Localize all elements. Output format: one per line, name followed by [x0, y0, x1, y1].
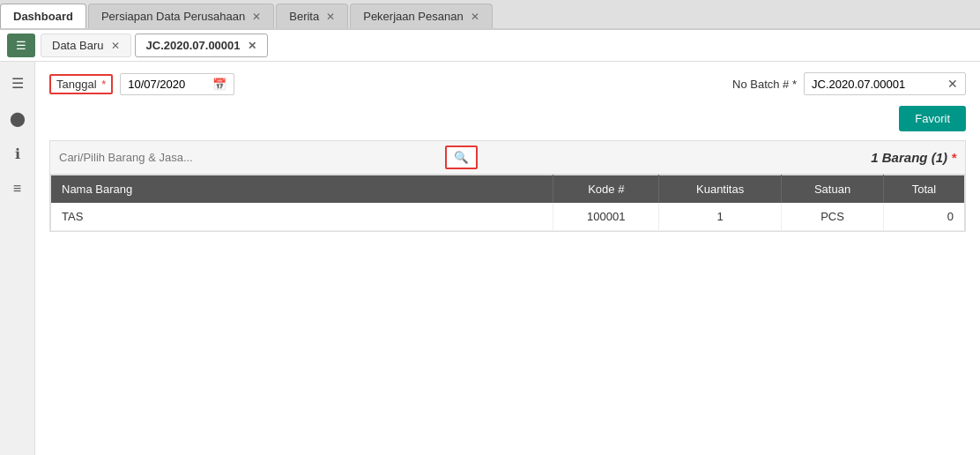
- col-kode: Kode #: [553, 175, 659, 204]
- search-icon: 🔍: [454, 151, 469, 164]
- nobatch-clear-icon[interactable]: ✕: [947, 77, 958, 91]
- close-pekerjaan[interactable]: ✕: [471, 11, 479, 23]
- tanggal-field-group: Tanggal * 📅: [49, 73, 234, 95]
- favorit-row: Favorit: [49, 106, 966, 131]
- menu-icon-button[interactable]: ☰: [7, 34, 35, 57]
- col-kuantitas: Kuantitas: [659, 175, 782, 204]
- sidebar-list-icon[interactable]: ☰: [4, 69, 32, 97]
- close-data-baru[interactable]: ✕: [111, 40, 120, 52]
- tanggal-label: Tanggal *: [49, 74, 113, 94]
- table-wrapper: Nama Barang Kode # Kuantitas Satuan Tota…: [49, 174, 966, 232]
- favorit-button[interactable]: Favorit: [899, 106, 966, 131]
- cell-kuantitas: 1: [659, 203, 782, 231]
- cell-nama-barang: TAS: [51, 203, 553, 231]
- hamburger-icon: ☰: [16, 39, 26, 52]
- col-nama-barang: Nama Barang: [51, 175, 553, 204]
- nobatch-input[interactable]: [812, 78, 944, 91]
- calendar-icon[interactable]: 📅: [212, 78, 226, 91]
- tanggal-input[interactable]: [128, 78, 207, 91]
- col-total: Total: [884, 175, 965, 204]
- search-count-row: 🔍 1 Barang (1) *: [49, 140, 966, 174]
- close-jc2020[interactable]: ✕: [248, 40, 256, 52]
- tanggal-input-wrap: 📅: [120, 73, 234, 95]
- main-content: ☰ ⬤ ℹ ≡ Tanggal * 📅 No Batch # *: [0, 62, 980, 455]
- close-berita[interactable]: ✕: [326, 11, 335, 23]
- cell-total: 0: [884, 203, 965, 231]
- tab-dashboard[interactable]: Dashboard: [0, 4, 86, 28]
- cell-kode: 100001: [553, 203, 659, 231]
- tab-berita[interactable]: Berita ✕: [276, 4, 348, 28]
- item-count: 1 Barang (1) *: [871, 150, 956, 165]
- sub-tab-jc2020[interactable]: JC.2020.07.00001 ✕: [135, 34, 268, 57]
- col-satuan: Satuan: [782, 175, 884, 204]
- sidebar-menu-icon[interactable]: ≡: [4, 175, 32, 203]
- search-button[interactable]: 🔍: [445, 145, 478, 169]
- sub-tab-data-baru[interactable]: Data Baru ✕: [41, 34, 131, 57]
- form-area: Tanggal * 📅 No Batch # * ✕ Favorit: [35, 62, 980, 455]
- form-top-row: Tanggal * 📅 No Batch # * ✕: [49, 72, 966, 95]
- search-input[interactable]: [59, 151, 438, 164]
- nobatch-field-group: No Batch # * ✕: [732, 72, 966, 95]
- tab-pekerjaan[interactable]: Pekerjaan Pesanan ✕: [350, 4, 492, 28]
- cell-satuan: PCS: [782, 203, 884, 231]
- tab-persiapan[interactable]: Persiapan Data Perusahaan ✕: [88, 4, 274, 28]
- nobatch-input-wrap: ✕: [804, 72, 966, 95]
- table-row[interactable]: TAS 100001 1 PCS 0: [51, 203, 965, 231]
- nobatch-label: No Batch # *: [732, 78, 797, 91]
- close-persiapan[interactable]: ✕: [252, 11, 261, 23]
- sidebar-layers-icon[interactable]: ⬤: [4, 104, 32, 132]
- tab-bar: Dashboard Persiapan Data Perusahaan ✕ Be…: [0, 0, 980, 30]
- sidebar: ☰ ⬤ ℹ ≡: [0, 62, 35, 455]
- sub-tab-bar: ☰ Data Baru ✕ JC.2020.07.00001 ✕: [0, 30, 980, 62]
- items-table: Nama Barang Kode # Kuantitas Satuan Tota…: [50, 175, 965, 231]
- sidebar-info-icon[interactable]: ℹ: [4, 139, 32, 168]
